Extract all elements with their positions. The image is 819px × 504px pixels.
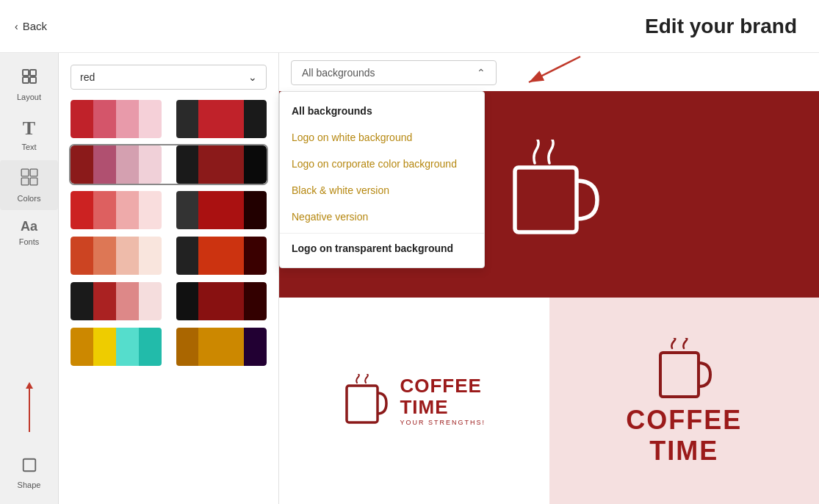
sidebar-fonts-label: Fonts — [19, 237, 40, 246]
svg-rect-7 — [30, 178, 37, 185]
header: ‹ Back Edit your brand — [0, 0, 819, 53]
coffee-brand-line1: COFFEE — [626, 407, 742, 433]
fonts-icon: Aa — [21, 219, 37, 234]
svg-rect-3 — [30, 77, 36, 83]
preview-bottom-left: COFFEE TIME YOUR STRENGTHS! — [279, 298, 549, 504]
dropdown-item-all[interactable]: All backgrounds — [280, 98, 484, 124]
preview-area: All backgrounds ⌃ All backgrounds Logo o… — [279, 53, 819, 504]
palette-color-dropdown[interactable]: red ⌄ — [71, 65, 267, 90]
sidebar-colors-label: Colors — [18, 194, 41, 203]
palette-row[interactable] — [71, 328, 267, 366]
sidebar-item-fonts[interactable]: Aa Fonts — [0, 212, 58, 253]
sidebar-item-colors[interactable]: Colors — [0, 160, 58, 210]
page-title: Edit your brand — [645, 15, 797, 38]
filter-select-label: All backgrounds — [302, 67, 375, 79]
svg-rect-13 — [347, 386, 378, 422]
text-icon: T — [23, 118, 35, 140]
coffee-text-block: COFFEE TIME YOUR STRENGTHS! — [400, 375, 486, 426]
svg-rect-0 — [23, 70, 29, 76]
palette-dropdown-value: red — [80, 71, 95, 83]
svg-rect-1 — [30, 70, 36, 76]
dropdown-item-transparent[interactable]: Logo on transparent background — [280, 233, 484, 262]
palette-panel: red ⌄ — [59, 53, 279, 504]
palette-row[interactable] — [71, 100, 267, 138]
coffee-title-line1: COFFEE — [400, 375, 486, 397]
mug-icon-white — [494, 140, 605, 250]
back-button[interactable]: ‹ Back — [15, 20, 47, 32]
dropdown-menu: All backgrounds Logo on white background… — [279, 91, 485, 268]
dropdown-item-negative[interactable]: Negative version — [280, 204, 484, 230]
svg-rect-12 — [515, 168, 577, 232]
coffee-tagline: YOUR STRENGTHS! — [400, 419, 486, 426]
main-layout: Layout T Text Colors Aa Fonts — [0, 53, 819, 504]
preview-bottom-right: COFFEE TIME — [549, 298, 820, 504]
chevron-left-icon: ‹ — [15, 21, 18, 32]
svg-rect-8 — [23, 459, 35, 472]
svg-rect-6 — [21, 178, 29, 185]
sidebar-layout-label: Layout — [17, 93, 41, 101]
layout-icon — [21, 68, 38, 90]
coffee-logo-horizontal: COFFEE TIME YOUR STRENGTHS! — [342, 374, 486, 428]
svg-rect-5 — [30, 169, 37, 176]
coffee-brand-line2: TIME — [649, 438, 718, 464]
shape-icon — [21, 457, 37, 478]
sidebar-shape-label: Shape — [18, 480, 41, 489]
chevron-down-icon: ⌄ — [248, 71, 257, 83]
coffee-title-line2: TIME — [400, 397, 486, 418]
sidebar-text-label: Text — [21, 143, 36, 151]
svg-rect-2 — [23, 77, 29, 83]
palette-row[interactable] — [71, 191, 267, 229]
palette-row-selected[interactable] — [71, 145, 267, 184]
dropdown-item-corporate[interactable]: Logo on corporate color background — [280, 151, 484, 177]
palette-row[interactable] — [71, 282, 267, 320]
sidebar-item-layout[interactable]: Layout — [0, 60, 58, 109]
preview-bottom-row: COFFEE TIME YOUR STRENGTHS! — [279, 298, 819, 504]
sidebar-item-shape[interactable]: Shape — [0, 450, 58, 497]
filter-bar: All backgrounds ⌃ All backgrounds Logo o… — [279, 53, 819, 93]
svg-rect-14 — [660, 353, 699, 397]
chevron-up-icon: ⌃ — [477, 67, 486, 79]
mug-icon-red-medium — [654, 338, 713, 403]
dropdown-item-bw[interactable]: Black & white version — [280, 177, 484, 204]
coffee-logo-vertical: COFFEE TIME — [626, 338, 742, 464]
sidebar: Layout T Text Colors Aa Fonts — [0, 53, 59, 504]
sidebar-arrow-indicator — [29, 388, 30, 432]
palette-row[interactable] — [71, 237, 267, 275]
back-label: Back — [23, 20, 47, 32]
background-filter-select[interactable]: All backgrounds ⌃ — [291, 60, 497, 85]
sidebar-item-text[interactable]: T Text — [0, 110, 58, 159]
svg-rect-4 — [21, 169, 29, 176]
mug-icon-red-small — [342, 374, 389, 428]
dropdown-item-white[interactable]: Logo on white background — [280, 124, 484, 151]
colors-icon — [20, 168, 39, 191]
